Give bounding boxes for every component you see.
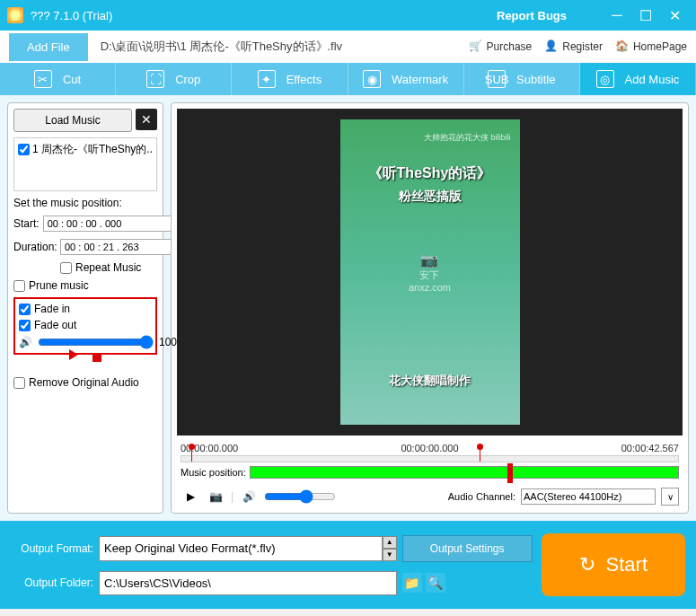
timeline: 00:00:00.000 00:00:00.000 00:00:42.567 M… <box>177 436 683 480</box>
browse-folder-button[interactable]: 📁 <box>402 573 422 593</box>
wand-icon: ✦ <box>258 70 276 88</box>
open-folder-button[interactable]: 🔍 <box>426 573 445 593</box>
video-title-1: 《听TheShy的话》 <box>368 164 492 183</box>
window-title: ??? 7.1.0 (Trial) <box>31 9 497 22</box>
cart-icon: 🛒 <box>469 40 483 54</box>
volume-icon: 🔊 <box>19 336 32 348</box>
output-format-label: Output Format: <box>11 542 93 555</box>
music-list[interactable]: 1 周杰伦-《听TheShy的... <box>13 137 157 191</box>
audio-channel-label: Audio Channel: <box>448 491 515 502</box>
video-preview[interactable]: 大帅抱花的花大侠 bilibili 《听TheShy的话》 粉丝恶搞版 📷安下 … <box>177 109 683 436</box>
start-time-input[interactable] <box>43 216 176 232</box>
music-end-handle[interactable] <box>507 463 513 483</box>
mute-button[interactable]: 🔊 <box>239 488 259 506</box>
home-icon: 🏠 <box>615 40 630 54</box>
fade-out-checkbox[interactable] <box>19 320 31 331</box>
report-bugs-link[interactable]: Report Bugs <box>497 9 567 22</box>
time-current: 00:00:00.000 <box>401 443 458 453</box>
music-item-checkbox[interactable] <box>18 144 30 155</box>
video-corner-text: 大帅抱花的花大侠 bilibili <box>424 132 511 144</box>
homepage-link[interactable]: 🏠HomePage <box>615 40 687 54</box>
arrow-icon <box>69 349 78 360</box>
add-file-button[interactable]: Add File <box>9 33 88 61</box>
scissors-icon: ✂ <box>34 70 52 88</box>
stop-icon <box>93 353 101 362</box>
tabs-bar: ✂Cut ⛶Crop ✦Effects ◉Watermark SUBSubtit… <box>0 63 696 95</box>
file-path-label: D:\桌面\说明书\1 周杰伦-《听TheShy的话》.flv <box>101 39 456 55</box>
video-bottom-text: 花大侠翻唱制作 <box>389 373 471 389</box>
tab-cut[interactable]: ✂Cut <box>0 63 116 95</box>
start-label: Start: <box>13 217 40 230</box>
output-bar: Output Format: ▲▼ Output Settings Output… <box>0 521 696 609</box>
timeline-bar[interactable] <box>181 455 679 462</box>
volume-slider[interactable] <box>38 335 154 349</box>
subtitle-icon: SUB <box>488 70 506 88</box>
app-logo-icon <box>7 7 23 23</box>
preview-volume-slider[interactable] <box>264 489 336 504</box>
video-watermark: 📷安下 anxz.com <box>409 251 451 293</box>
preview-panel: 大帅抱花的花大侠 bilibili 《听TheShy的话》 粉丝恶搞版 📷安下 … <box>171 102 689 514</box>
snapshot-button[interactable]: 📷 <box>206 488 225 506</box>
video-title-2: 粉丝恶搞版 <box>399 189 462 205</box>
tab-subtitle[interactable]: SUBSubtitle <box>464 63 580 95</box>
remove-original-checkbox[interactable] <box>13 377 25 389</box>
time-end: 00:00:42.567 <box>621 443 679 453</box>
audio-channel-select[interactable] <box>521 488 656 505</box>
prune-checkbox[interactable] <box>13 280 25 292</box>
output-folder-input[interactable] <box>99 571 397 595</box>
duration-label: Duration: <box>13 241 57 253</box>
file-toolbar: Add File D:\桌面\说明书\1 周杰伦-《听TheShy的话》.flv… <box>0 31 696 63</box>
refresh-icon: ↻ <box>579 553 595 576</box>
music-position-bar[interactable] <box>250 466 679 479</box>
format-down-button[interactable]: ▼ <box>383 549 397 561</box>
output-format-select[interactable] <box>99 536 383 561</box>
start-button[interactable]: ↻ Start <box>542 533 685 596</box>
output-folder-label: Output Folder: <box>11 576 93 589</box>
maximize-button[interactable]: ☐ <box>631 5 660 25</box>
audio-channel-dropdown[interactable]: ∨ <box>661 488 679 506</box>
play-button[interactable]: ▶ <box>181 488 200 506</box>
format-up-button[interactable]: ▲ <box>383 536 397 549</box>
load-music-button[interactable]: Load Music <box>13 109 132 132</box>
music-icon: ◎ <box>596 70 614 88</box>
playback-controls: ▶ 📷 | 🔊 Audio Channel: ∨ <box>177 480 683 507</box>
output-settings-button[interactable]: Output Settings <box>402 535 533 562</box>
purchase-link[interactable]: 🛒Purchase <box>469 40 533 54</box>
music-position-label: Music position: <box>181 467 246 478</box>
music-panel: Load Music ✕ 1 周杰伦-《听TheShy的... Set the … <box>7 102 163 514</box>
fade-in-checkbox[interactable] <box>19 304 31 315</box>
tab-crop[interactable]: ⛶Crop <box>116 63 232 95</box>
crop-icon: ⛶ <box>146 70 164 88</box>
user-icon: 👤 <box>544 40 559 54</box>
tab-effects[interactable]: ✦Effects <box>232 63 348 95</box>
main-area: Load Music ✕ 1 周杰伦-《听TheShy的... Set the … <box>0 95 696 521</box>
clear-music-button[interactable]: ✕ <box>136 109 157 130</box>
marker-start[interactable] <box>191 449 192 462</box>
music-item[interactable]: 1 周杰伦-《听TheShy的... <box>18 142 153 157</box>
tab-add-music[interactable]: ◎Add Music <box>580 63 696 95</box>
close-button[interactable]: ✕ <box>660 5 689 25</box>
fade-highlight: Fade in Fade out 🔊100% <box>13 297 157 355</box>
tab-watermark[interactable]: ◉Watermark <box>348 63 464 95</box>
register-link[interactable]: 👤Register <box>544 40 603 54</box>
minimize-button[interactable]: ─ <box>603 5 631 25</box>
set-position-label: Set the music position: <box>13 197 157 209</box>
marker-end[interactable] <box>480 449 480 462</box>
drop-icon: ◉ <box>363 70 381 88</box>
titlebar: ??? 7.1.0 (Trial) Report Bugs ─ ☐ ✕ <box>0 0 696 31</box>
video-frame: 大帅抱花的花大侠 bilibili 《听TheShy的话》 粉丝恶搞版 📷安下 … <box>340 119 520 425</box>
repeat-checkbox[interactable] <box>60 262 72 274</box>
